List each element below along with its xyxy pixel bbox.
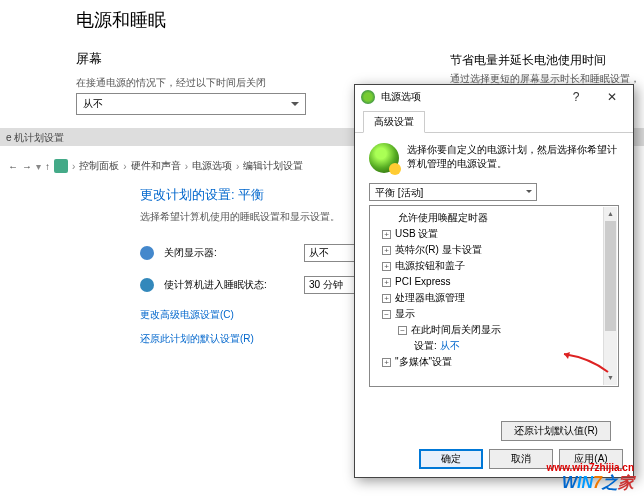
settings-tree[interactable]: 允许使用唤醒定时器 +USB 设置 +英特尔(R) 显卡设置 +电源按钮和盖子 …: [369, 205, 619, 387]
restore-plan-button[interactable]: 还原计划默认值(R): [501, 421, 611, 441]
expand-icon[interactable]: +: [382, 246, 391, 255]
collapse-icon[interactable]: −: [398, 326, 407, 335]
sleep-label: 使计算机进入睡眠状态:: [164, 278, 294, 292]
dialog-intro: 选择你要自定义的电源计划，然后选择你希望计算机管理的电源设置。: [407, 143, 619, 173]
expand-icon[interactable]: +: [382, 278, 391, 287]
watermark: www.win7zhijia.cn WIN7之家: [547, 462, 634, 494]
close-button[interactable]: ✕: [597, 86, 627, 108]
bc-item[interactable]: 控制面板: [79, 159, 119, 173]
tab-advanced[interactable]: 高级设置: [363, 111, 425, 133]
display-off-label: 关闭显示器:: [164, 246, 294, 260]
cancel-button[interactable]: 取消: [489, 449, 553, 469]
tree-scrollbar[interactable]: ▲ ▼: [603, 207, 617, 385]
nav-back-icon[interactable]: ←: [8, 161, 18, 172]
help-button[interactable]: ?: [561, 86, 591, 108]
power-icon: [361, 90, 375, 104]
dialog-title: 电源选项: [381, 90, 421, 104]
expand-icon[interactable]: +: [382, 230, 391, 239]
screen-off-label: 在接通电源的情况下，经过以下时间后关闭: [76, 76, 266, 90]
expand-icon[interactable]: +: [382, 358, 391, 367]
screen-off-dropdown[interactable]: 从不: [76, 93, 306, 115]
control-panel-icon: [54, 159, 68, 173]
bc-item[interactable]: 电源选项: [192, 159, 232, 173]
collapse-icon[interactable]: −: [382, 310, 391, 319]
nav-fwd-icon[interactable]: →: [22, 161, 32, 172]
nav-up-icon[interactable]: ↑: [45, 161, 50, 172]
power-plan-icon: [369, 143, 399, 173]
breadcrumb[interactable]: ← → ▾ ↑ › 控制面板 › 硬件和声音 › 电源选项 › 编辑计划设置: [8, 156, 344, 176]
power-options-dialog: 电源选项 ? ✕ 高级设置 选择你要自定义的电源计划，然后选择你希望计算机管理的…: [354, 84, 634, 478]
ok-button[interactable]: 确定: [419, 449, 483, 469]
sleep-icon: [140, 278, 154, 292]
display-icon: [140, 246, 154, 260]
bc-item[interactable]: 硬件和声音: [131, 159, 181, 173]
section-screen: 屏幕: [76, 50, 102, 68]
expand-icon[interactable]: +: [382, 262, 391, 271]
expand-icon[interactable]: +: [382, 294, 391, 303]
bc-item[interactable]: 编辑计划设置: [243, 159, 303, 173]
setting-value[interactable]: 从不: [440, 340, 460, 351]
plan-select-dropdown[interactable]: 平衡 [活动]: [369, 183, 537, 201]
tip-title: 节省电量并延长电池使用时间: [450, 52, 606, 69]
page-title: 电源和睡眠: [76, 8, 166, 32]
